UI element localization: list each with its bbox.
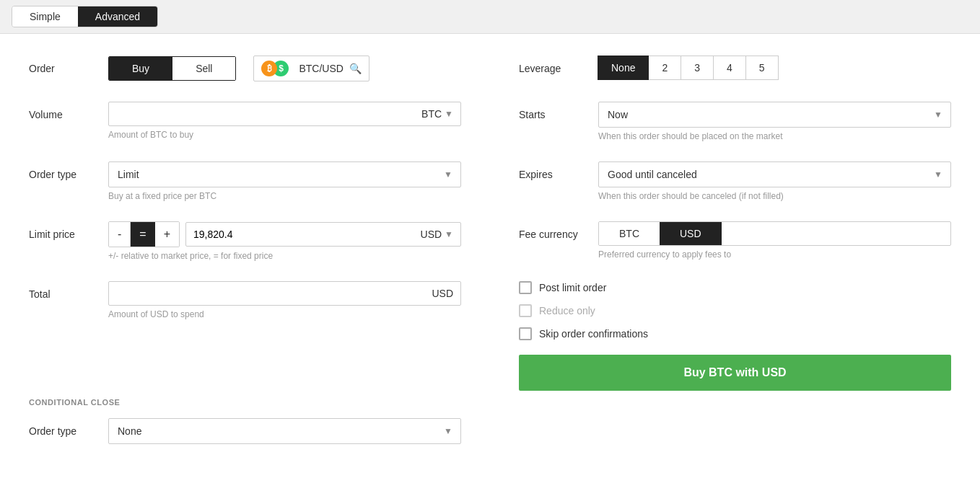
limit-price-controls-wrap: - = + USD ▼ +/- relative to market price… — [108, 221, 461, 261]
fee-currency-controls-wrap: BTC USD Preferred currency to apply fees… — [598, 221, 951, 260]
expires-controls-wrap: Good until canceled Day 1 week 1 month ▼… — [598, 161, 951, 201]
order-controls-wrap: Buy Sell ₿ $ BTC/USD 🔍 — [108, 56, 461, 81]
volume-label: Volume — [29, 102, 108, 120]
order-type-select[interactable]: Limit Market Stop Loss Take Profit — [108, 161, 461, 187]
symbol-label: BTC/USD — [299, 63, 343, 74]
leverage-label: Leverage — [519, 56, 598, 74]
limit-price-input-wrap: USD ▼ — [185, 222, 461, 247]
tab-simple[interactable]: Simple — [12, 6, 78, 27]
checkbox-group: Post limit order Reduce only Skip order … — [519, 281, 951, 340]
leverage-4[interactable]: 4 — [713, 56, 746, 80]
skip-confirm-row: Skip order confirmations — [519, 327, 951, 340]
limit-price-label: Limit price — [29, 221, 108, 240]
expires-select[interactable]: Good until canceled Day 1 week 1 month — [598, 161, 951, 187]
total-row: Total USD Amount of USD to spend — [29, 281, 461, 371]
math-btn-group: - = + — [108, 221, 180, 247]
volume-input[interactable] — [109, 102, 414, 125]
minus-button[interactable]: - — [109, 222, 131, 247]
tab-advanced[interactable]: Advanced — [78, 6, 157, 27]
fee-btc-button[interactable]: BTC — [599, 222, 660, 245]
limit-price-row: Limit price - = + USD ▼ — [29, 221, 461, 261]
order-row: Order Buy Sell ₿ $ BTC/USD 🔍 — [29, 56, 461, 81]
equals-button[interactable]: = — [131, 222, 154, 247]
limit-price-wrap: - = + USD ▼ — [108, 221, 461, 247]
tab-group: Simple Advanced — [12, 6, 158, 27]
fee-currency-label: Fee currency — [519, 221, 598, 240]
order-type-hint: Buy at a fixed price per BTC — [108, 191, 461, 201]
main-content: Order Buy Sell ₿ $ BTC/USD 🔍 — [0, 34, 980, 496]
form-grid: Order Buy Sell ₿ $ BTC/USD 🔍 — [29, 56, 951, 444]
volume-hint: Amount of BTC to buy — [108, 130, 461, 140]
symbol-picker[interactable]: ₿ $ BTC/USD 🔍 — [253, 56, 369, 81]
total-input-wrap: USD — [108, 281, 461, 306]
buy-button-toggle[interactable]: Buy — [109, 57, 172, 80]
search-icon: 🔍 — [349, 63, 362, 74]
post-limit-row: Post limit order — [519, 281, 951, 294]
leverage-5[interactable]: 5 — [745, 56, 779, 80]
total-controls-wrap: USD Amount of USD to spend — [108, 281, 461, 319]
post-limit-label: Post limit order — [539, 282, 606, 293]
leverage-3[interactable]: 3 — [681, 56, 714, 80]
leverage-controls-wrap: None 2 3 4 5 — [598, 56, 951, 80]
top-bar: Simple Advanced — [0, 0, 980, 34]
volume-unit-arrow: ▼ — [445, 109, 453, 119]
reduce-only-row: Reduce only — [519, 304, 951, 317]
conditional-order-type-select-wrap: None Limit Market Stop Loss ▼ — [108, 418, 461, 444]
limit-price-unit: USD ▼ — [414, 223, 460, 246]
expires-select-wrap: Good until canceled Day 1 week 1 month ▼ — [598, 161, 951, 187]
starts-select[interactable]: Now At specific time — [598, 102, 951, 128]
total-unit: USD — [424, 282, 460, 305]
conditional-close-section: CONDITIONAL CLOSE Order type None Limit … — [29, 391, 461, 444]
reduce-only-label: Reduce only — [539, 305, 595, 316]
conditional-order-type-wrap: None Limit Market Stop Loss ▼ — [108, 418, 461, 444]
total-input[interactable] — [109, 282, 424, 305]
conditional-close-label: CONDITIONAL CLOSE — [29, 391, 461, 407]
volume-row: Volume BTC ▼ Amount of BTC to buy — [29, 102, 461, 141]
skip-confirm-label: Skip order confirmations — [539, 328, 648, 340]
volume-unit: BTC ▼ — [414, 102, 460, 125]
volume-input-wrap: BTC ▼ — [108, 102, 461, 126]
buy-btc-button[interactable]: Buy BTC with USD — [519, 355, 951, 391]
right-bottom: Post limit order Reduce only Skip order … — [519, 281, 951, 391]
conditional-order-type-label: Order type — [29, 418, 108, 437]
order-controls: Buy Sell ₿ $ BTC/USD 🔍 — [108, 56, 461, 81]
order-type-controls-wrap: Limit Market Stop Loss Take Profit ▼ Buy… — [108, 161, 461, 201]
order-type-row: Order type Limit Market Stop Loss Take P… — [29, 161, 461, 201]
leverage-row: Leverage None 2 3 4 5 — [519, 56, 951, 81]
starts-label: Starts — [519, 102, 598, 120]
fee-usd-button[interactable]: USD — [660, 222, 722, 245]
symbol-icons: ₿ $ — [261, 61, 289, 76]
limit-price-unit-arrow: ▼ — [445, 229, 453, 239]
order-type-select-wrap: Limit Market Stop Loss Take Profit ▼ — [108, 161, 461, 187]
expires-label: Expires — [519, 161, 598, 180]
leverage-none[interactable]: None — [598, 56, 649, 80]
starts-controls-wrap: Now At specific time ▼ When this order s… — [598, 102, 951, 141]
fee-currency-hint: Preferred currency to apply fees to — [598, 249, 951, 260]
plus-button[interactable]: + — [155, 222, 179, 247]
total-hint: Amount of USD to spend — [108, 309, 461, 319]
starts-select-wrap: Now At specific time ▼ — [598, 102, 951, 128]
total-label: Total — [29, 281, 108, 300]
starts-row: Starts Now At specific time ▼ When this … — [519, 102, 951, 141]
conditional-order-type-select[interactable]: None Limit Market Stop Loss — [108, 418, 461, 444]
limit-price-input[interactable] — [186, 223, 414, 246]
conditional-order-type-row: Order type None Limit Market Stop Loss ▼ — [29, 418, 461, 444]
limit-price-hint: +/- relative to market price, = for fixe… — [108, 251, 461, 261]
volume-controls-wrap: BTC ▼ Amount of BTC to buy — [108, 102, 461, 140]
reduce-only-checkbox[interactable] — [519, 304, 532, 317]
leverage-2[interactable]: 2 — [648, 56, 681, 80]
starts-hint: When this order should be placed on the … — [598, 131, 951, 141]
fee-currency-group: BTC USD — [598, 221, 951, 246]
order-type-label: Order type — [29, 161, 108, 180]
buy-sell-toggle: Buy Sell — [108, 56, 236, 81]
fee-currency-row: Fee currency BTC USD Preferred currency … — [519, 221, 951, 261]
expires-row: Expires Good until canceled Day 1 week 1… — [519, 161, 951, 201]
post-limit-checkbox[interactable] — [519, 281, 532, 294]
leverage-group: None 2 3 4 5 — [598, 56, 951, 80]
skip-confirm-checkbox[interactable] — [519, 327, 532, 340]
expires-hint: When this order should be canceled (if n… — [598, 191, 951, 201]
sell-button-toggle[interactable]: Sell — [172, 57, 235, 80]
order-label: Order — [29, 56, 108, 74]
